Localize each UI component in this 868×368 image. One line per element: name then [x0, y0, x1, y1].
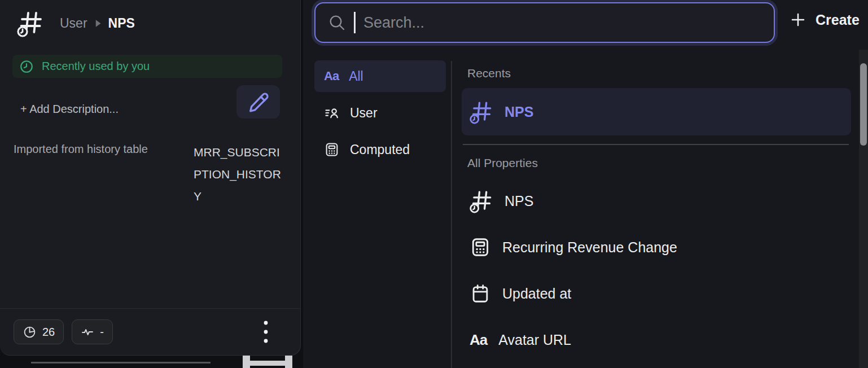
search-modal: Create Aa All User [303, 0, 868, 368]
text-caret [354, 12, 356, 33]
background-line [31, 362, 211, 363]
recently-used-label: Recently used by you [42, 60, 150, 73]
numeric-property-history-icon [17, 9, 44, 37]
create-label: Create [816, 12, 860, 28]
category-computed[interactable]: Computed [314, 134, 446, 165]
result-row-updated-at[interactable]: Updated at [462, 270, 851, 317]
edit-description-button[interactable] [236, 85, 280, 119]
breadcrumb-current: NPS [108, 16, 135, 31]
usage-count-button[interactable]: 26 [14, 319, 64, 344]
search-box[interactable] [314, 2, 775, 43]
result-row-avatar-url[interactable]: Aa Avatar URL [462, 317, 851, 363]
section-title-recents: Recents [467, 67, 851, 80]
numeric-property-history-icon [470, 99, 493, 124]
background-shape [243, 361, 292, 366]
calculator-icon [324, 142, 340, 157]
category-label: All [349, 69, 363, 84]
result-row-recurring-revenue-change[interactable]: Recurring Revenue Change [462, 224, 851, 270]
category-label: Computed [350, 142, 410, 157]
calendar-icon [470, 283, 491, 304]
search-input[interactable] [363, 3, 774, 42]
pencil-icon [248, 91, 269, 113]
text-type-icon: Aa [324, 69, 339, 84]
add-description-button[interactable]: + Add Description... [20, 103, 119, 116]
breadcrumb: User NPS [60, 16, 135, 31]
divider [463, 144, 849, 145]
section-title-all-properties: All Properties [467, 156, 851, 170]
clock-icon [19, 59, 34, 74]
breadcrumb-parent[interactable]: User [60, 16, 87, 31]
result-label: Updated at [502, 286, 571, 302]
result-row-nps[interactable]: NPS [462, 178, 851, 224]
detail-value: MRR_SUBSCRIPTION_HISTORY [194, 141, 284, 207]
scrollbar[interactable] [859, 50, 868, 368]
text-type-icon: Aa [470, 331, 487, 349]
property-detail-panel: User NPS Recently used by you [0, 0, 301, 356]
category-filter-list: Aa All User [314, 60, 446, 165]
category-all[interactable]: Aa All [314, 60, 446, 92]
trend-value: - [100, 326, 104, 339]
result-label: Avatar URL [498, 332, 571, 348]
result-label: NPS [505, 193, 533, 209]
user-list-icon [324, 105, 340, 121]
category-user[interactable]: User [314, 97, 446, 129]
activity-pulse-icon [81, 325, 94, 339]
result-label: NPS [505, 104, 533, 120]
chevron-right-icon [94, 19, 102, 28]
plus-icon [790, 11, 806, 28]
result-row-nps-recent[interactable]: NPS [462, 88, 851, 135]
result-label: Recurring Revenue Change [502, 239, 677, 256]
calculator-icon [470, 236, 491, 258]
trend-button[interactable]: - [72, 319, 113, 344]
search-icon [328, 14, 346, 32]
screen: User NPS Recently used by you [0, 0, 868, 368]
numeric-property-history-icon [470, 189, 493, 213]
create-button[interactable]: Create [790, 11, 860, 28]
pie-chart-icon [23, 325, 37, 339]
category-label: User [350, 106, 378, 121]
divider [451, 61, 452, 368]
results-list: Recents NPS All Properties [462, 61, 851, 363]
recently-used-badge: Recently used by you [12, 55, 282, 78]
panel-header: User NPS [17, 9, 135, 37]
scrollbar-thumb[interactable] [860, 63, 867, 146]
detail-label: Imported from history table [14, 143, 148, 156]
usage-count-value: 26 [42, 326, 55, 339]
all-properties-list: NPS Recurring Revenue Change [462, 178, 851, 363]
panel-footer: 26 - [0, 308, 300, 355]
more-options-button[interactable] [258, 319, 274, 344]
